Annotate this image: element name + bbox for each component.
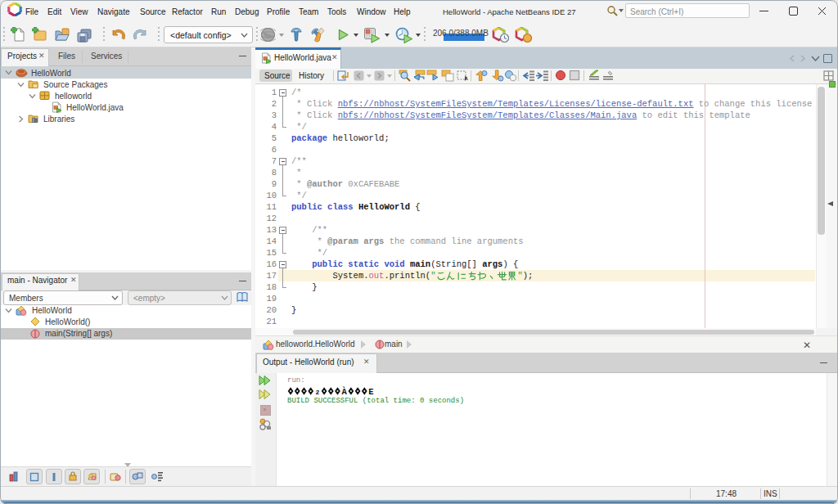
svg-text:À: À — [342, 386, 348, 396]
svg-text:E: E — [368, 387, 373, 396]
svg-text:2: 2 — [315, 389, 319, 396]
